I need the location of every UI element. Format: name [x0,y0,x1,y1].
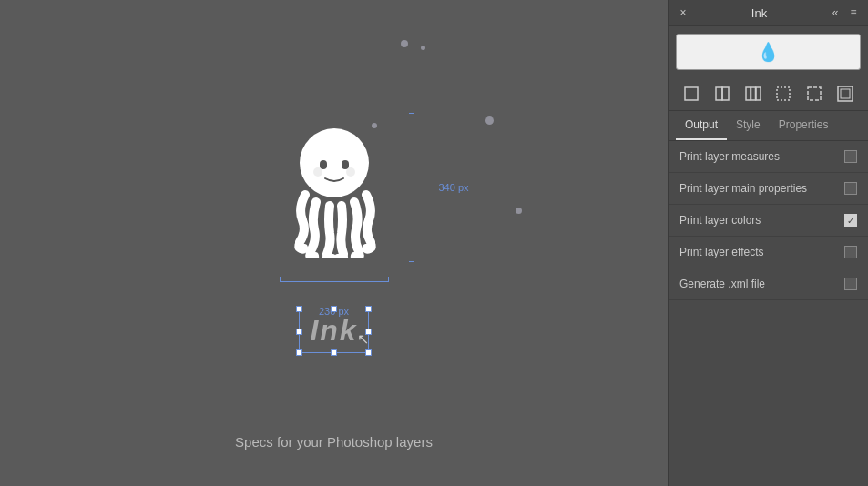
option-measures-checkbox[interactable] [844,150,857,163]
dimension-line-vertical: 340 px [414,113,414,262]
panel-header-left-icons: × [676,5,690,20]
svg-rect-13 [838,86,853,101]
panel: × Ink « ≡ 💧 Outp [668,0,868,486]
option-effects: Print layer effects [669,237,868,268]
panel-title: Ink [751,6,767,20]
tab-style[interactable]: Style [727,111,770,140]
layout-icon-4[interactable] [772,83,794,105]
option-colors: Print layer colors [669,205,868,237]
svg-rect-1 [320,160,327,169]
option-main-properties: Print layer main properties [669,173,868,205]
layout-icon-6[interactable] [834,83,856,105]
handle-ml [296,329,302,335]
panel-header: × Ink « ≡ [669,0,868,26]
menu-icon[interactable]: ≡ [846,5,861,20]
option-effects-checkbox[interactable] [844,246,857,258]
handle-bm [331,349,337,356]
option-measures-label: Print layer measures [679,150,844,163]
color-drop-icon: 💧 [757,41,780,63]
octopus-wrapper: 340 px 230 px [280,113,389,262]
deco-dot [401,40,408,47]
close-icon[interactable]: × [676,5,690,20]
deco-dot [421,46,425,50]
option-colors-checkbox[interactable] [844,214,857,227]
svg-rect-6 [716,87,722,100]
layout-icon-2[interactable] [711,83,733,105]
option-measures: Print layer measures [669,141,868,173]
svg-point-3 [313,167,322,177]
svg-rect-5 [685,87,698,100]
handle-bl [296,349,302,356]
tab-properties[interactable]: Properties [770,111,838,140]
option-effects-label: Print layer effects [679,246,844,258]
svg-rect-7 [722,87,729,100]
svg-point-4 [346,167,355,177]
handle-tr [365,306,372,312]
options-list: Print layer measures Print layer main pr… [669,141,868,486]
tab-output[interactable]: Output [676,111,727,140]
cursor-icon: ↖ [357,330,369,348]
option-xml: Generate .xml file [669,268,868,300]
svg-point-0 [300,128,369,197]
option-xml-checkbox[interactable] [844,278,857,290]
deco-dot [516,208,522,214]
layout-icon-5[interactable] [803,83,825,105]
svg-rect-11 [777,87,790,100]
canvas: 340 px 230 px [0,0,668,486]
svg-rect-14 [841,89,850,98]
deco-dot [485,116,494,125]
svg-rect-10 [756,87,761,100]
option-main-properties-label: Print layer main properties [679,182,844,195]
tagline: Specs for your Photoshop layers [235,434,433,450]
dimension-line-horizontal: 230 px [280,281,389,282]
tabs-row: Output Style Properties [669,111,868,141]
layout-icon-3[interactable] [742,83,764,105]
handle-tl [296,306,302,312]
handle-br [365,349,372,356]
artwork-container: 340 px 230 px [280,113,389,349]
logo-text-wrapper[interactable]: Ink ↖ [302,312,364,349]
color-picker-area: 💧 [669,26,868,77]
layout-icon-1[interactable] [680,83,702,105]
option-xml-label: Generate .xml file [679,278,844,290]
option-colors-label: Print layer colors [679,214,844,227]
logo-text: Ink [302,312,364,349]
color-bar[interactable]: 💧 [676,34,861,70]
octopus-illustration [280,113,389,258]
svg-rect-9 [751,87,755,100]
layout-icons-row [669,77,868,111]
dimension-label-vertical: 340 px [438,182,468,193]
panel-header-right-icons: « ≡ [828,5,861,20]
svg-rect-12 [808,87,821,100]
svg-rect-8 [746,87,751,100]
collapse-icon[interactable]: « [828,5,842,20]
svg-rect-2 [342,160,349,169]
option-main-properties-checkbox[interactable] [844,182,857,195]
